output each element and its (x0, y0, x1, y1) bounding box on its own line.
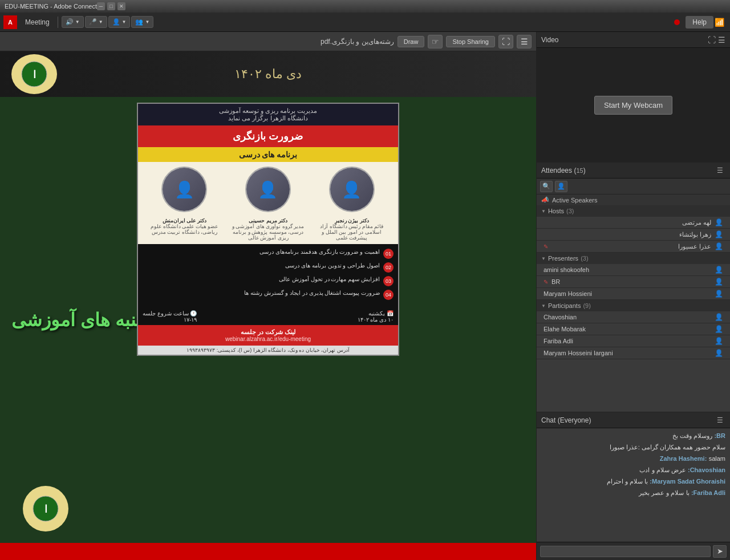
photo-1: 👤 (161, 167, 207, 212)
photo-3: 👤 (329, 167, 375, 212)
attendees-toolbar: 🔍 👤 (537, 178, 730, 194)
presenters-triangle-icon: ▼ (541, 256, 546, 261)
poster-person-1: دکتر بیژن رنجبر قائم مقام رئیس دانشگاه آ… (315, 218, 389, 241)
active-speakers-bar: 📣 Active Speakers (537, 194, 730, 205)
attendee-presenter-2: 👤 BR ✎ (537, 276, 730, 288)
attendee-presenter-1: 👤 amini shokoofeh (537, 264, 730, 276)
chat-input-bar: ➤ (537, 542, 730, 560)
person-group-icon: 👥 (135, 18, 143, 26)
poster-title-bar: ضرورت بازنگری (138, 125, 398, 147)
attendee-name: Maryam Hossieni (544, 290, 711, 297)
attendee-name: عذرا عسیورا (551, 243, 711, 250)
draw-btn[interactable]: Draw (398, 36, 425, 47)
adobe-logo: A (3, 15, 17, 29)
attendee-participant-2: 👤 Elahe Mobarak (537, 323, 730, 335)
person-arrow: ▼ (122, 19, 127, 25)
slide-top: ا دی ماه ۱۴۰۲ (0, 51, 536, 97)
fullscreen-icon: ⛶ (502, 37, 510, 46)
video-section: Video ⛶ ☰ Start My Webcam (537, 32, 730, 163)
poster-date: 📅 یکشنبه ۱۰ دی ماه ۱۴۰۲ (358, 310, 394, 323)
person-group-btn[interactable]: 👥 ▼ (131, 16, 153, 28)
help-btn[interactable]: Help (686, 16, 713, 29)
restore-btn[interactable]: □ (107, 2, 115, 10)
poster-overlay: مدیریت برنامه ریزی و توسعه آموزشی دانشگا… (137, 103, 399, 356)
person-btn[interactable]: 👤 ▼ (108, 16, 131, 28)
chat-sender: Fariba Adli: (691, 489, 725, 496)
mic-btn[interactable]: 🎤 ▼ (85, 16, 107, 28)
meeting-menu[interactable]: Meeting (21, 16, 54, 29)
poster-body: 01 اهمیت و ضرورت بازنگری هدفمند برنامه‌ه… (138, 244, 398, 308)
group-presenters-header[interactable]: ▼ Presenters (3) (537, 253, 730, 264)
attendee-badge: ✎ (544, 244, 548, 250)
poster-item-4: 04 ضرورت پیوست اشتغال پذیری در ایجاد و گ… (143, 290, 394, 300)
stop-sharing-btn[interactable]: Stop Sharing (446, 36, 495, 47)
attendees-search-btn[interactable]: 🔍 (540, 181, 553, 192)
mic-icon: 🎤 (89, 18, 97, 26)
send-icon: ➤ (717, 547, 723, 555)
chat-text: salam (709, 455, 725, 462)
presenters-count: (3) (581, 255, 588, 262)
poster-names: دکتر بیژن رنجبر قائم مقام رئیس دانشگاه آ… (138, 217, 398, 244)
speaker-status-icon: 📣 (541, 196, 549, 204)
poster-person-2: دکتر مریم حسینی مدیر گروه نوآوری های آمو… (231, 218, 305, 241)
speaker-icon: 🔊 (66, 18, 74, 26)
hosts-triangle-icon: ▼ (541, 209, 546, 214)
presenters-label: Presenters (548, 255, 578, 262)
attendee-host-1: 👤 لهه مرتضی (537, 217, 730, 229)
participants-label: Participants (548, 302, 581, 309)
attendee-host-2: 👤 زهرا بولتشاء (537, 229, 730, 241)
group-participants-header[interactable]: ▼ Participants (9) (537, 300, 730, 311)
attendee-host-3: 👤 عذرا عسیورا ✎ (537, 241, 730, 253)
speaker-btn[interactable]: 🔊 ▼ (62, 16, 84, 28)
chat-panel-title: Chat (Everyone) (541, 416, 715, 424)
attendee-icon: 👤 (715, 230, 723, 238)
video-expand-icon[interactable]: ⛶ (708, 35, 716, 44)
video-area: Start My Webcam (537, 48, 730, 162)
chat-header: Chat (Everyone) ☰ (537, 412, 730, 428)
start-webcam-btn[interactable]: Start My Webcam (594, 96, 672, 115)
attendee-name: Chavoshian (544, 314, 711, 320)
options-btn[interactable]: ☰ (517, 35, 532, 48)
chat-text: عرض سلام و ادب (639, 466, 686, 473)
slide-body: یکشنبه های آموزشی ا مدیریت برنامه ریزی و… (0, 97, 536, 543)
attendee-name: زهرا بولتشاء (544, 231, 711, 238)
chat-message-3: Zahra Hashemi: salam (541, 455, 725, 462)
window-controls: ─ □ ✕ (97, 2, 125, 10)
person-group-arrow: ▼ (145, 19, 149, 25)
attendee-badge: ✎ (544, 279, 548, 285)
chat-message-6: Fariba Adli: با سلام و عصر بخیر (541, 489, 725, 497)
attendees-view-btn[interactable]: 👤 (555, 181, 567, 192)
attendee-icon: 👤 (715, 313, 723, 321)
chat-messages: BR: روسلام وقت بخ سلام حضور همه همکاران … (537, 428, 730, 542)
attendees-options-icon[interactable]: ☰ (715, 165, 725, 176)
close-btn[interactable]: ✕ (117, 2, 125, 10)
poster-header: مدیریت برنامه ریزی و توسعه آموزشی دانشگا… (138, 104, 398, 125)
slide-container: ا دی ماه ۱۴۰۲ یکشنبه های آموزشی ا (0, 51, 536, 560)
fullscreen-btn[interactable]: ⛶ (498, 35, 513, 48)
chat-sender: Maryam Sadat Ghoraishi: (650, 478, 725, 485)
chat-input[interactable] (540, 546, 711, 557)
chat-message-2: سلام حضور همه همکاران گرامی :عذرا صبورا (541, 443, 725, 451)
signal-icon: 📶 (715, 18, 724, 27)
chat-message-1: BR: روسلام وقت بخ (541, 432, 725, 440)
poster-header-line2: دانشگاه الزهرا برگزار می نماید (144, 115, 392, 122)
separator (58, 17, 58, 28)
video-options-icon[interactable]: ☰ (718, 35, 725, 44)
chat-send-btn[interactable]: ➤ (713, 545, 727, 558)
recording-indicator (674, 19, 680, 25)
slide-bottom-logo: ا (23, 486, 68, 531)
attendee-name: BR (551, 278, 711, 285)
attendees-header: Attendees (15) ☰ (537, 163, 730, 178)
attendee-icon: 👤 (715, 242, 723, 250)
poster-item-1: 01 اهمیت و ضرورت بازنگری هدفمند برنامه‌ه… (143, 249, 394, 259)
group-hosts-header[interactable]: ▼ Hosts (3) (537, 205, 730, 217)
hosts-label: Hosts (548, 208, 564, 214)
poster-subtitle-bar: برنامه های درسی (138, 147, 398, 162)
options-icon: ☰ (521, 37, 528, 46)
pointer-btn[interactable]: ☞ (428, 35, 443, 48)
minimize-btn[interactable]: ─ (97, 2, 105, 10)
chat-options-icon[interactable]: ☰ (715, 415, 725, 425)
content-panel: رشته‌ها‌ی‌ین و بازنگری.pdf Draw ☞ Stop S… (0, 32, 536, 560)
poster-item-3: 03 افزایش سهم مهارت در تحول آموزش عالی (143, 276, 394, 286)
participants-count: (9) (583, 302, 590, 309)
